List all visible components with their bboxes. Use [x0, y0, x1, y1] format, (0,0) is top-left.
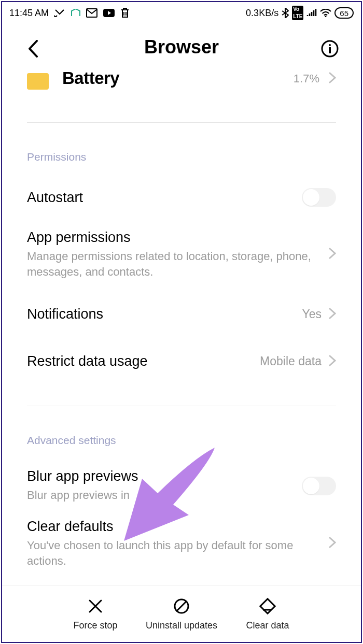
blur-previews-sub: Blur app previews in XXXXts [27, 488, 302, 503]
youtube-icon [103, 8, 115, 18]
chevron-right-icon [329, 537, 336, 550]
restrict-data-label: Restrict data usage [27, 353, 260, 369]
chevron-left-icon [27, 40, 39, 58]
chevron-right-icon [329, 355, 336, 368]
battery-label: Battery [62, 70, 119, 88]
blur-previews-toggle[interactable] [302, 477, 336, 495]
wifi-icon [320, 9, 331, 17]
battery-value: 1.7% [294, 72, 319, 85]
blur-previews-label: Blur app previews [27, 468, 302, 484]
page-title: Browser [144, 36, 219, 58]
force-stop-button[interactable]: Force stop [67, 596, 124, 631]
autostart-label: Autostart [27, 190, 302, 206]
battery-indicator: 65 [334, 7, 354, 19]
uninstall-updates-label: Uninstall updates [146, 620, 217, 631]
prohibit-icon [172, 596, 191, 616]
app-permissions-label: App permissions [27, 230, 329, 246]
status-data-rate: 0.3KB/s [246, 8, 278, 19]
clear-defaults-label: Clear defaults [27, 519, 329, 535]
autostart-toggle[interactable] [302, 188, 336, 207]
trash-icon [120, 8, 130, 18]
status-bar: 11:45 AM 0.3KB/s VoLTE [2, 2, 361, 24]
svg-point-2 [325, 16, 327, 18]
clear-defaults-row[interactable]: Clear defaults You've chosen to launch t… [27, 511, 336, 576]
notifications-label: Notifications [27, 306, 302, 322]
clear-data-label: Clear data [246, 620, 289, 631]
chevron-right-icon [329, 72, 336, 85]
info-icon [320, 39, 339, 58]
app-permissions-row[interactable]: App permissions Manage permissions relat… [27, 218, 336, 291]
autostart-row[interactable]: Autostart [27, 177, 336, 218]
signal-icon [306, 9, 317, 17]
back-button[interactable] [23, 38, 44, 59]
advanced-section-label: Advanced settings [27, 434, 336, 447]
close-icon [86, 596, 105, 616]
eraser-icon [258, 596, 277, 616]
blur-previews-row[interactable]: Blur app previews Blur app previews in X… [27, 460, 336, 511]
divider [27, 122, 336, 123]
battery-app-icon [27, 73, 49, 90]
svg-rect-7 [260, 599, 275, 613]
notifications-row[interactable]: Notifications Yes [27, 291, 336, 338]
svg-rect-5 [329, 47, 331, 53]
info-button[interactable] [319, 38, 340, 59]
mi-credit-icon [71, 9, 81, 17]
gmail-icon [86, 8, 97, 18]
divider [27, 406, 336, 406]
chevron-right-icon [329, 308, 336, 321]
header: Browser [2, 24, 361, 70]
bottom-bar: Force stop Uninstall updates Clear data [2, 585, 361, 642]
chevron-right-icon [329, 248, 336, 261]
notifications-value: Yes [302, 307, 322, 321]
force-stop-label: Force stop [73, 620, 117, 631]
status-time: 11:45 AM [9, 8, 49, 19]
clear-defaults-sub: You've chosen to launch this app by defa… [27, 538, 329, 568]
uninstall-updates-button[interactable]: Uninstall updates [146, 596, 217, 631]
volte-icon: VoLTE [292, 6, 303, 20]
svg-point-4 [329, 44, 331, 46]
restrict-data-value: Mobile data [260, 354, 322, 368]
app-permissions-sub: Manage permissions related to location, … [27, 249, 329, 279]
bluetooth-icon [282, 8, 289, 18]
restrict-data-row[interactable]: Restrict data usage Mobile data [27, 338, 336, 385]
permissions-section-label: Permissions [27, 151, 336, 163]
missed-call-icon [54, 9, 65, 17]
clear-data-button[interactable]: Clear data [239, 596, 296, 631]
battery-row[interactable]: Battery 1.7% [27, 70, 336, 102]
